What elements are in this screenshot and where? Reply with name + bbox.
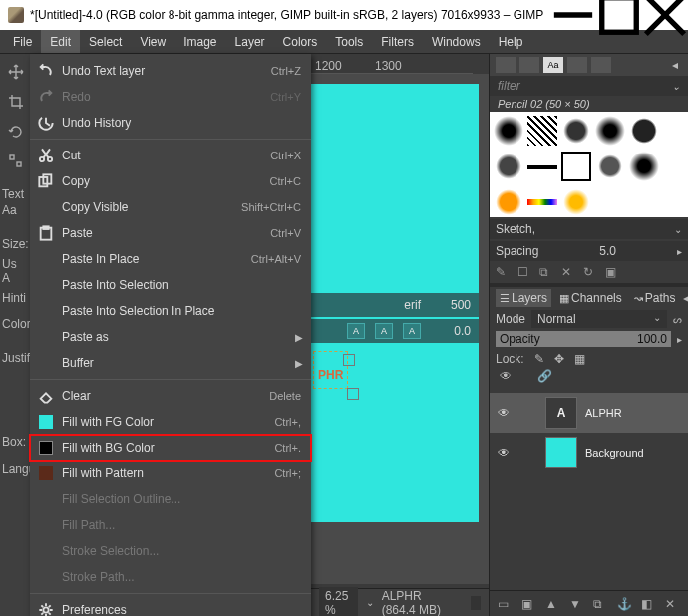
menu-view[interactable]: View bbox=[131, 30, 174, 53]
tool-crop[interactable] bbox=[2, 88, 30, 116]
menu-item-undo-history[interactable]: Undo History bbox=[30, 110, 311, 136]
maximize-button[interactable] bbox=[596, 0, 642, 30]
menu-tools[interactable]: Tools bbox=[326, 30, 372, 53]
mask-layer-icon[interactable]: ◧ bbox=[641, 597, 655, 611]
duplicate-layer-icon[interactable]: ⧉ bbox=[593, 597, 607, 611]
menu-edit[interactable]: Edit bbox=[41, 30, 80, 53]
new-group-icon[interactable]: ▣ bbox=[521, 597, 535, 611]
zoom-level[interactable]: 6.25 % bbox=[319, 587, 358, 617]
tab-brush[interactable] bbox=[496, 57, 516, 73]
menu-item-stroke-path[interactable]: Stroke Path... bbox=[30, 564, 311, 590]
brush-filter[interactable]: filter ⌄ bbox=[490, 76, 688, 96]
menu-item-paste-into-selection-in-place[interactable]: Paste Into Selection In Place bbox=[30, 298, 311, 324]
menu-image[interactable]: Image bbox=[174, 30, 225, 53]
menu-label: Paste Into Selection bbox=[62, 278, 301, 292]
menu-item-cut[interactable]: Cut Ctrl+X bbox=[30, 143, 311, 168]
layer-name[interactable]: Background bbox=[585, 447, 644, 459]
visibility-toggle[interactable]: 👁 bbox=[498, 406, 514, 420]
menu-filters[interactable]: Filters bbox=[372, 30, 423, 53]
nav-icon[interactable] bbox=[471, 596, 481, 610]
tool-move[interactable] bbox=[2, 58, 30, 86]
menu-item-paste[interactable]: Paste Ctrl+V bbox=[30, 220, 311, 246]
rotate-icon bbox=[8, 124, 24, 140]
menu-item-preferences[interactable]: Preferences bbox=[30, 597, 311, 616]
collapse-icon[interactable]: ◂ bbox=[683, 291, 688, 305]
opacity-label: Opacity bbox=[500, 332, 540, 346]
lock-paint-icon[interactable]: ✎ bbox=[534, 352, 544, 366]
refresh-brush-icon[interactable]: ↻ bbox=[583, 265, 597, 279]
text-layer[interactable]: PHR bbox=[313, 351, 348, 389]
menu-label: Redo bbox=[62, 90, 270, 104]
menu-item-undo[interactable]: Undo Text layer Ctrl+Z bbox=[30, 58, 311, 84]
open-brush-icon[interactable]: ▣ bbox=[605, 265, 619, 279]
tab-paths[interactable]: ↝Paths bbox=[630, 289, 680, 307]
tab-font[interactable]: Aa bbox=[543, 57, 563, 73]
menu-item-redo[interactable]: Redo Ctrl+Y bbox=[30, 84, 311, 110]
menu-item-paste-as[interactable]: Paste as ▶ bbox=[30, 324, 311, 350]
opacity-slider[interactable]: Opacity 100.0 bbox=[496, 331, 671, 347]
close-button[interactable] bbox=[642, 0, 688, 30]
menu-item-fill-selection-outline[interactable]: Fill Selection Outline... bbox=[30, 486, 311, 512]
minimize-button[interactable] bbox=[550, 0, 596, 30]
spacing-slider[interactable]: Spacing 5.0 ▸ bbox=[490, 241, 688, 261]
menu-item-fill-pattern[interactable]: Fill with Pattern Ctrl+; bbox=[30, 461, 311, 486]
lock-alpha-icon[interactable]: ▦ bbox=[574, 352, 585, 366]
new-layer-icon[interactable]: ▭ bbox=[498, 597, 512, 611]
aa-chip[interactable]: A bbox=[375, 323, 393, 339]
menu-item-stroke-selection[interactable]: Stroke Selection... bbox=[30, 538, 311, 564]
brush-category[interactable]: Sketch, ⌄ bbox=[490, 219, 688, 239]
font-size-value[interactable]: 500 bbox=[431, 298, 471, 312]
tab-pattern[interactable] bbox=[519, 57, 539, 73]
aa-swatch[interactable]: Aa bbox=[2, 203, 28, 217]
tab-document[interactable] bbox=[567, 57, 587, 73]
menu-file[interactable]: File bbox=[4, 30, 41, 53]
options-icon bbox=[8, 154, 24, 169]
menu-item-copy[interactable]: Copy Ctrl+C bbox=[30, 168, 311, 194]
canvas[interactable]: erif 500 A A A 0.0 PHR bbox=[311, 74, 489, 584]
menu-help[interactable]: Help bbox=[490, 30, 532, 53]
brush-grid[interactable] bbox=[490, 112, 688, 217]
menu-item-fill-fg[interactable]: Fill with FG Color Ctrl+, bbox=[30, 409, 311, 435]
menu-select[interactable]: Select bbox=[80, 30, 131, 53]
menu-item-fill-path[interactable]: Fill Path... bbox=[30, 512, 311, 538]
stepper-icon[interactable]: ▸ bbox=[677, 334, 682, 345]
aa-chip[interactable]: A bbox=[347, 323, 365, 339]
visibility-toggle[interactable]: 👁 bbox=[498, 446, 514, 460]
tab-gradient[interactable] bbox=[591, 57, 611, 73]
chevron-down-icon[interactable]: ⌄ bbox=[366, 597, 374, 608]
delete-brush-icon[interactable]: ✕ bbox=[561, 265, 575, 279]
lower-layer-icon[interactable]: ▼ bbox=[569, 597, 583, 611]
menu-item-buffer[interactable]: Buffer ▶ bbox=[30, 350, 311, 376]
menu-item-fill-bg[interactable]: Fill with BG Color Ctrl+. bbox=[30, 435, 311, 461]
merge-layer-icon[interactable]: ⚓ bbox=[617, 597, 631, 611]
new-brush-icon[interactable]: ☐ bbox=[517, 265, 531, 279]
dock-tabs-top: Aa ◂ bbox=[490, 54, 688, 76]
raise-layer-icon[interactable]: ▲ bbox=[545, 597, 559, 611]
tab-channels[interactable]: ▦Channels bbox=[555, 289, 626, 307]
collapse-icon[interactable]: ◂ bbox=[668, 58, 682, 72]
tab-layers[interactable]: ☰Layers bbox=[496, 289, 551, 307]
layer-row[interactable]: 👁 Background bbox=[490, 433, 688, 472]
menu-windows[interactable]: Windows bbox=[423, 30, 490, 53]
aa-chip[interactable]: A bbox=[403, 323, 421, 339]
lock-move-icon[interactable]: ✥ bbox=[554, 352, 564, 366]
delete-layer-icon[interactable]: ✕ bbox=[665, 597, 679, 611]
edit-brush-icon[interactable]: ✎ bbox=[496, 265, 510, 279]
menu-item-clear[interactable]: Clear Delete bbox=[30, 383, 311, 409]
menu-item-paste-in-place[interactable]: Paste In Place Ctrl+Alt+V bbox=[30, 246, 311, 272]
menu-layer[interactable]: Layer bbox=[226, 30, 274, 53]
duplicate-brush-icon[interactable]: ⧉ bbox=[539, 265, 553, 279]
mode-switch-icon[interactable]: ᔕ bbox=[673, 314, 682, 325]
tool-options-icon[interactable] bbox=[2, 148, 30, 175]
stepper-icon[interactable]: ▸ bbox=[677, 246, 682, 257]
menu-colors[interactable]: Colors bbox=[274, 30, 327, 53]
layer-name[interactable]: ALPHR bbox=[585, 407, 622, 419]
menu-item-paste-into-selection[interactable]: Paste Into Selection bbox=[30, 272, 311, 298]
mode-select[interactable]: Normal ⌄ bbox=[531, 310, 667, 328]
layer-row[interactable]: 👁 A ALPHR bbox=[490, 393, 688, 433]
tool-rotate[interactable] bbox=[2, 118, 30, 146]
kern-value[interactable]: 0.0 bbox=[431, 324, 471, 338]
menu-item-copy-visible[interactable]: Copy Visible Shift+Ctrl+C bbox=[30, 194, 311, 220]
menu-label: Fill with FG Color bbox=[62, 415, 274, 429]
font-name[interactable]: erif bbox=[404, 298, 421, 312]
